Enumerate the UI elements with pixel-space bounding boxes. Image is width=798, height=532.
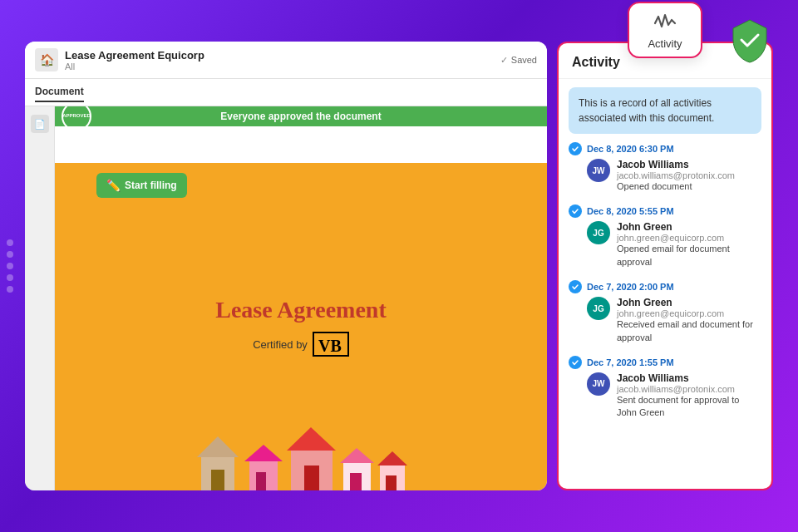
house-2	[243, 441, 284, 490]
doc-content: APPROVED Everyone approved the document …	[55, 106, 547, 490]
activity-action: Sent document for approval to John Green	[617, 394, 761, 420]
house-3	[284, 424, 338, 490]
timestamp-text: Dec 7, 2020 1:55 PM	[587, 357, 674, 367]
activity-timestamp: Dec 7, 2020 1:55 PM	[569, 356, 761, 369]
houses-container	[55, 424, 547, 490]
activity-timestamp: Dec 8, 2020 5:55 PM	[569, 204, 761, 218]
activity-text: John Green john.green@equicorp.com Opene…	[617, 221, 761, 268]
svg-rect-9	[304, 466, 319, 490]
lease-title: Lease Agreement	[215, 297, 387, 323]
check-circle-icon	[569, 204, 582, 218]
house-4	[338, 445, 376, 490]
approval-banner: APPROVED Everyone approved the document	[55, 106, 547, 126]
activity-user-email: john.green@equicorp.com	[617, 233, 761, 243]
decorative-dots	[7, 239, 13, 293]
activity-description: This is a record of all activities assoc…	[569, 87, 761, 134]
timestamp-text: Dec 8, 2020 6:30 PM	[587, 144, 674, 154]
check-circle-icon	[569, 142, 582, 155]
svg-rect-15	[386, 475, 397, 490]
approval-text: Everyone approved the document	[220, 111, 381, 122]
saved-label: Saved	[511, 55, 537, 65]
activity-detail: JG John Green john.green@equicorp.com Op…	[587, 221, 761, 268]
activity-section: Activity Activity This is a record of al…	[557, 42, 773, 490]
activity-user-name: Jacob Williams	[617, 372, 761, 384]
activity-user-email: jacob.williams@protonix.com	[617, 384, 761, 394]
timestamp-text: Dec 7, 2020 2:00 PM	[587, 282, 674, 292]
check-circle-icon	[569, 280, 582, 293]
house-1	[193, 432, 243, 490]
lease-certified: Certified by VB	[253, 332, 349, 357]
shield-badge	[727, 17, 773, 63]
svg-marker-1	[197, 436, 239, 457]
doc-header: 🏠 Lease Agreement Equicorp All ✓ Saved	[25, 42, 547, 79]
start-filling-button[interactable]: ✏️ Start filling	[96, 173, 187, 198]
doc-title: Lease Agreement Equicorp	[65, 49, 494, 62]
activity-item: Dec 7, 2020 2:00 PM JG John Green john.g…	[569, 280, 761, 344]
activity-item: Dec 7, 2020 1:55 PM JW Jacob Williams ja…	[569, 356, 761, 420]
activity-text: Jacob Williams jacob.williams@protonix.c…	[617, 372, 761, 420]
activity-item: Dec 8, 2020 5:55 PM JG John Green john.g…	[569, 204, 761, 268]
activity-detail: JW Jacob Williams jacob.williams@protoni…	[587, 159, 761, 193]
house-5	[376, 449, 409, 490]
user-avatar-jw: JW	[587, 159, 610, 182]
activity-user-email: jacob.williams@protonix.com	[617, 170, 761, 180]
doc-body: 📄 APPROVED Everyone approved the documen…	[25, 106, 547, 490]
sidebar-doc-icon[interactable]: 📄	[31, 115, 49, 133]
activity-user-email: john.green@equicorp.com	[617, 308, 761, 318]
activity-user-name: John Green	[617, 221, 761, 233]
activity-item: Dec 8, 2020 6:30 PM JW Jacob Williams ja…	[569, 142, 761, 193]
doc-breadcrumb: All	[65, 62, 494, 71]
saved-badge: ✓ Saved	[500, 55, 537, 66]
svg-text:VB: VB	[318, 337, 342, 355]
activity-user-name: John Green	[617, 297, 761, 308]
svg-rect-6	[256, 472, 266, 490]
activity-action: Received email and document for approval	[617, 318, 761, 344]
pencil-icon: ✏️	[106, 179, 121, 192]
svg-marker-7	[287, 427, 336, 451]
activity-button-label: Activity	[648, 37, 682, 50]
doc-sidebar: 📄	[25, 106, 55, 490]
timestamp-text: Dec 8, 2020 5:55 PM	[587, 206, 674, 216]
lease-doc-visual: Lease Agreement Certified by VB	[55, 163, 547, 490]
document-panel: 🏠 Lease Agreement Equicorp All ✓ Saved D…	[25, 42, 547, 490]
svg-rect-3	[211, 470, 224, 490]
user-avatar-jg: JG	[587, 221, 610, 244]
activity-wave-icon	[653, 12, 677, 34]
activity-list: Dec 8, 2020 6:30 PM JW Jacob Williams ja…	[559, 142, 771, 489]
activity-user-name: Jacob Williams	[617, 159, 761, 170]
activity-detail: JW Jacob Williams jacob.williams@protoni…	[587, 372, 761, 420]
certified-by-text: Certified by	[253, 338, 308, 351]
user-avatar-jw: JW	[587, 372, 610, 396]
home-icon: 🏠	[35, 48, 58, 71]
activity-detail: JG John Green john.green@equicorp.com Re…	[587, 297, 761, 344]
svg-marker-10	[340, 448, 374, 463]
nav-item-document[interactable]: Document	[35, 82, 84, 102]
activity-panel: Activity This is a record of all activit…	[557, 42, 773, 490]
activity-action: Opened document	[617, 180, 761, 193]
svg-marker-4	[244, 445, 283, 461]
start-filling-label: Start filling	[125, 180, 177, 191]
activity-float-button[interactable]: Activity	[628, 2, 702, 58]
user-avatar-jg: JG	[587, 297, 610, 320]
activity-action: Opened email for document approval	[617, 243, 761, 268]
svg-rect-12	[350, 473, 362, 490]
main-wrapper: 🏠 Lease Agreement Equicorp All ✓ Saved D…	[25, 42, 773, 507]
doc-title-area: Lease Agreement Equicorp All	[65, 49, 494, 71]
svg-marker-13	[377, 451, 407, 466]
activity-text: John Green john.green@equicorp.com Recei…	[617, 297, 761, 344]
check-circle-icon	[569, 356, 582, 369]
mb-logo: VB	[313, 332, 349, 357]
doc-nav: Document	[25, 79, 547, 106]
activity-timestamp: Dec 7, 2020 2:00 PM	[569, 280, 761, 293]
saved-check-icon: ✓	[500, 55, 508, 66]
activity-text: Jacob Williams jacob.williams@protonix.c…	[617, 159, 761, 193]
activity-timestamp: Dec 8, 2020 6:30 PM	[569, 142, 761, 155]
